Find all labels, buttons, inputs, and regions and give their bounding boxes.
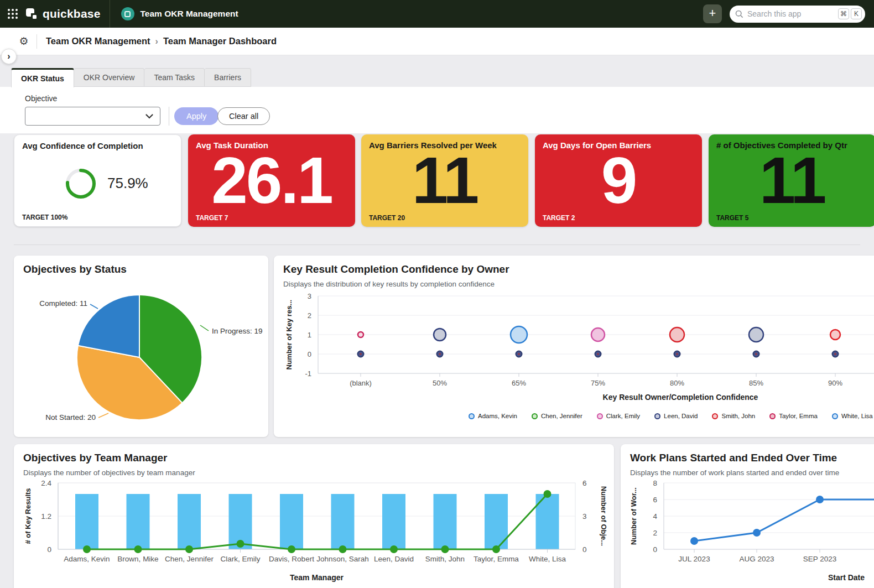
kpi-target: TARGET 2 <box>543 214 575 222</box>
axis-text: 4 <box>653 512 657 521</box>
pie-label-line <box>90 304 98 309</box>
app-switcher-icon[interactable] <box>0 0 25 28</box>
kpi-value: 75.9% <box>107 175 148 192</box>
legend-item-Smith, John[interactable]: Smith, John <box>712 413 755 419</box>
waffle-grid-icon <box>8 9 18 19</box>
current-app[interactable]: Team OKR Management <box>110 7 238 20</box>
search-input[interactable] <box>747 9 836 18</box>
pie-label-line <box>200 325 209 331</box>
axis-text: 0 <box>582 545 587 554</box>
tab-okr-status[interactable]: OKR Status <box>11 68 74 87</box>
bar-Adams, Kevin[interactable] <box>75 494 98 549</box>
kpi-card-barriers-resolved[interactable]: Avg Barriers Resolved per Week 11 TARGET… <box>361 134 528 227</box>
axis-text: # of Key Results <box>24 488 32 544</box>
legend-item-Taylor, Emma[interactable]: Taylor, Emma <box>769 413 818 419</box>
kpi-value: 11 <box>361 142 528 219</box>
expand-sidebar-button[interactable]: › <box>1 49 17 64</box>
axis-text: AUG 2023 <box>739 555 774 563</box>
axis-text: 3 <box>582 512 587 521</box>
legend-item-White, Lisa[interactable]: White, Lisa <box>832 413 873 419</box>
quickbase-logo[interactable]: quickbase <box>25 7 101 20</box>
line-point-Clark, Emily[interactable] <box>237 540 244 548</box>
axis-text: In Progress: 19 <box>212 327 263 335</box>
bubble-Leen, David[interactable] <box>749 327 763 342</box>
legend-label: Clark, Emily <box>606 413 640 419</box>
kpi-value: 26.1 <box>188 142 355 219</box>
cmd-key-badge: ⌘ <box>838 8 849 19</box>
line-point-SEP 2023[interactable] <box>816 496 824 503</box>
line-point-JUL 2023[interactable] <box>690 537 698 545</box>
bar-Davis, Robert[interactable] <box>280 494 303 549</box>
tab-okr-overview[interactable]: OKR Overview <box>74 68 145 87</box>
legend-item-Leen, David[interactable]: Leen, David <box>654 413 698 419</box>
tab-barriers[interactable]: Barriers <box>205 68 251 87</box>
legend-swatch <box>832 413 838 419</box>
axis-text: Johnson, Sarah <box>316 555 369 563</box>
kpi-card-avg-task-duration[interactable]: Avg Task Duration 26.1 TARGET 7 <box>188 134 355 227</box>
bar-Leen, David[interactable] <box>382 494 405 549</box>
kpi-target: TARGET 20 <box>369 214 405 222</box>
kpi-target: TARGET 100% <box>22 214 67 221</box>
line-point-White, Lisa[interactable] <box>544 490 552 498</box>
axis-text: Adams, Kevin <box>64 555 110 563</box>
axis-text: 0 <box>47 545 51 554</box>
objectives-by-status-card: Objectives by Status In Progress: 19Not … <box>14 256 268 437</box>
bubble-Adams, Kevin[interactable] <box>511 326 527 343</box>
add-new-button[interactable]: + <box>703 4 722 23</box>
clear-all-button[interactable]: Clear all <box>217 107 270 125</box>
line-point-Johnson, Sarah[interactable] <box>339 545 347 553</box>
tab-team-tasks[interactable]: Team Tasks <box>144 68 205 87</box>
line-point-Taylor, Emma[interactable] <box>492 545 500 553</box>
bar-Brown, Mike[interactable] <box>127 494 150 549</box>
kpi-title: Avg Confidence of Completion <box>22 141 143 150</box>
line-point-AUG 2023[interactable] <box>753 529 761 537</box>
axis-text: -1 <box>305 370 311 378</box>
axis-text: Chen, Jennifer <box>165 555 214 563</box>
line-point-Davis, Robert[interactable] <box>288 545 295 553</box>
axis-text: 90% <box>828 379 842 387</box>
axis-text: 75% <box>591 379 605 387</box>
line-point-Leen, David[interactable] <box>390 545 398 553</box>
axis-text: 0 <box>308 350 311 358</box>
chart-legend: Adams, KevinChen, JenniferClark, EmilyLe… <box>469 413 873 419</box>
axis-text: Smith, John <box>425 555 465 563</box>
objective-filter-select[interactable] <box>25 107 160 126</box>
bubble-Smith, John[interactable] <box>670 327 684 342</box>
bubble-Leen, David[interactable] <box>434 329 446 341</box>
line-series <box>694 499 874 541</box>
pie-chart: In Progress: 19Not Started: 20Completed:… <box>14 277 268 437</box>
bar-Smith, John[interactable] <box>434 494 457 549</box>
line-point-Brown, Mike[interactable] <box>134 545 142 553</box>
breadcrumb-app-link[interactable]: Team OKR Management <box>46 36 150 46</box>
line-point-Adams, Kevin[interactable] <box>83 545 91 553</box>
legend-label: White, Lisa <box>841 413 873 419</box>
chart-title: Objectives by Status <box>23 263 127 275</box>
bubble-Taylor, Emma[interactable] <box>358 332 363 337</box>
kpi-target: TARGET 7 <box>196 214 228 222</box>
bubble-zero-core <box>360 353 362 355</box>
kpi-card-objectives-completed[interactable]: # of Objectives Completed by Qtr 11 TARG… <box>709 134 874 227</box>
line-series <box>87 494 548 549</box>
axis-text: 6 <box>653 496 657 504</box>
filter-divider <box>169 107 169 126</box>
legend-item-Clark, Emily[interactable]: Clark, Emily <box>597 413 640 419</box>
quickbase-logo-icon <box>25 8 38 20</box>
kpi-card-days-open-barriers[interactable]: Avg Days for Open Barriers 9 TARGET 2 <box>535 134 702 227</box>
bubble-zero-core <box>755 353 757 355</box>
gear-icon[interactable]: ⚙ <box>17 35 31 48</box>
kpi-card-avg-confidence[interactable]: Avg Confidence of Completion 75.9% TARGE… <box>14 134 181 227</box>
bubble-Clark, Emily[interactable] <box>591 328 605 341</box>
apply-button[interactable]: Apply <box>174 107 218 125</box>
app-search[interactable]: ⌘ K <box>730 6 865 23</box>
bubble-Smith, John[interactable] <box>830 330 840 340</box>
line-point-Chen, Jennifer[interactable] <box>185 545 193 553</box>
axis-text: 0 <box>653 545 657 554</box>
bar-Chen, Jennifer[interactable] <box>178 494 201 549</box>
axis-text: Number of Obje... <box>600 486 608 546</box>
bar-Johnson, Sarah[interactable] <box>331 494 355 549</box>
axis-text: Taylor, Emma <box>474 555 519 563</box>
search-icon <box>735 10 743 18</box>
line-point-Smith, John[interactable] <box>441 545 449 553</box>
legend-item-Chen, Jennifer[interactable]: Chen, Jennifer <box>532 413 582 419</box>
legend-item-Adams, Kevin[interactable]: Adams, Kevin <box>469 413 517 419</box>
